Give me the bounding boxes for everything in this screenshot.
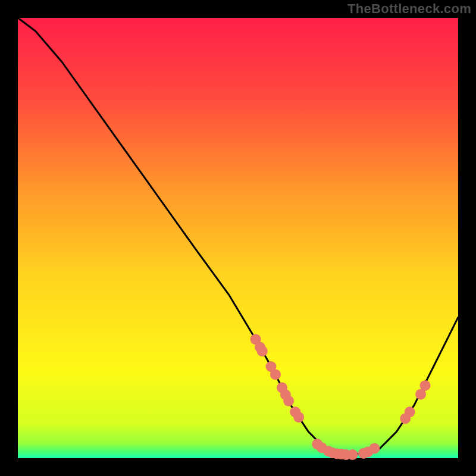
- plot-area-rect: [18, 18, 458, 458]
- chart-frame: TheBottleneck.com: [0, 0, 476, 476]
- data-marker: [405, 406, 415, 417]
- bottleneck-chart: [0, 0, 476, 476]
- watermark-text: TheBottleneck.com: [347, 1, 471, 17]
- data-marker: [270, 369, 281, 380]
- data-marker: [420, 380, 431, 391]
- data-marker: [369, 443, 380, 454]
- data-marker: [293, 412, 304, 422]
- data-marker: [347, 449, 358, 460]
- data-marker: [257, 346, 268, 356]
- data-marker: [283, 396, 294, 406]
